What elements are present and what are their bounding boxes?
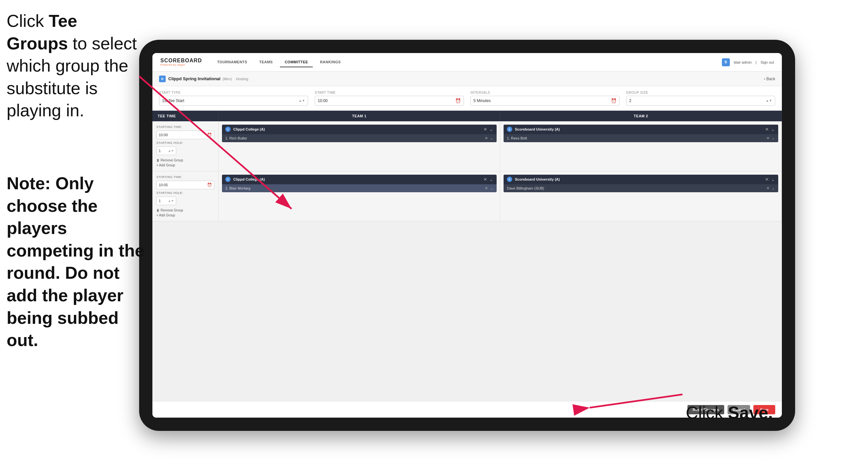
team1-expand-icon-2[interactable]: ⌄: [489, 177, 493, 182]
settings-row: Start Type 1st Tee Start ▲▼ Start Time 1…: [152, 86, 782, 111]
separator: |: [756, 60, 757, 64]
start-time-input[interactable]: 10:00 ⏰: [315, 96, 464, 106]
tee-time-clock-2: ⏰: [207, 183, 212, 187]
player-name-2-1: 1. Rees Britt: [507, 136, 766, 140]
col-tee-time: Tee Time: [152, 111, 219, 121]
team1-cell-2: C Clippd College (A) ✕ ⌄ 2. Blair McHarg: [219, 171, 500, 221]
tee-group-row-1: STARTING TIME: 10:00 ⏰ STARTING HOLE: 1 …: [152, 121, 782, 171]
team2-name-2: Scoreboard University (A): [515, 177, 765, 181]
player-close-icon-1-2[interactable]: ✕: [485, 186, 488, 191]
start-time-value: 10:00: [318, 98, 328, 103]
remove-group-btn-1[interactable]: 🗑 Remove Group: [156, 158, 214, 162]
group-size-input[interactable]: 2 ▲▼: [626, 96, 775, 106]
clock-icon: ⏰: [455, 98, 461, 104]
team2-close-icon-2[interactable]: ✕: [765, 177, 769, 182]
intervals-group: Intervals 5 Minutes ⏰: [470, 91, 620, 106]
player-name-1-1: 1. Rich Butler: [225, 136, 485, 140]
start-type-value: 1st Tee Start: [162, 98, 184, 103]
col-team1: Team 1: [219, 111, 500, 121]
team1-group-box-2[interactable]: C Clippd College (A) ✕ ⌄ 2. Blair McHarg: [222, 175, 497, 192]
start-type-label: Start Type: [159, 91, 308, 94]
team2-icon-2: S: [507, 177, 512, 182]
hole-arrows-2[interactable]: ▲▼: [168, 200, 174, 203]
team2-actions-2: ✕ ⌄: [765, 177, 775, 182]
hole-arrows-1[interactable]: ▲▼: [168, 149, 174, 152]
team1-actions-2: ✕ ⌄: [483, 177, 493, 182]
player-row-1-2: 2. Blair McHarg ✕ ⌄: [222, 184, 497, 192]
player-row-1-1: 1. Rich Butler ✕ ⌄: [222, 134, 497, 142]
team1-name-1: Clippd College (A): [233, 127, 483, 131]
team1-expand-icon-1[interactable]: ⌄: [489, 126, 493, 132]
nav-rankings[interactable]: RANKINGS: [315, 57, 345, 67]
team1-group-header-1: C Clippd College (A) ✕ ⌄: [222, 125, 497, 134]
player-close-icon-1-1[interactable]: ✕: [485, 136, 488, 141]
player-row-2-2: Dave Billingham (SUB) ✕ ⌄: [503, 184, 778, 192]
breadcrumb-hosting: Hosting: [236, 77, 248, 81]
start-type-group: Start Type 1st Tee Start ▲▼: [159, 91, 308, 106]
tee-time-value-2: 10:05: [159, 183, 168, 187]
starting-hole-label-2: STARTING HOLE:: [156, 191, 214, 195]
player-expand-icon-2-2[interactable]: ⌄: [772, 186, 775, 191]
tablet-screen: SCOREBOARD Powered by clippd TOURNAMENTS…: [152, 53, 782, 418]
nav-committee[interactable]: COMMITTEE: [280, 57, 313, 67]
team2-name-1: Scoreboard University (A): [515, 127, 765, 131]
navbar-nav: TOURNAMENTS TEAMS COMMITTEE RANKINGS: [213, 57, 722, 67]
click-save-label: Click Save.: [686, 403, 773, 422]
save-bold: Save.: [728, 403, 773, 422]
remove-group-btn-2[interactable]: 🗑 Remove Group: [156, 208, 214, 212]
tee-side-panel-2: STARTING TIME: 10:05 ⏰ STARTING HOLE: 1 …: [152, 171, 219, 221]
add-group-btn-1[interactable]: + Add Group: [156, 164, 214, 167]
team2-actions-1: ✕ ⌄: [765, 126, 775, 132]
team2-group-header-1: S Scoreboard University (A) ✕ ⌄: [503, 125, 778, 134]
navbar: SCOREBOARD Powered by clippd TOURNAMENTS…: [152, 53, 782, 71]
col-team2: Team 2: [500, 111, 782, 121]
team2-group-box-2: S Scoreboard University (A) ✕ ⌄ Dave Bil…: [503, 175, 778, 192]
player-expand-icon-2-1[interactable]: ⌄: [772, 136, 775, 141]
player-name-2-2: Dave Billingham (SUB): [507, 186, 766, 190]
intervals-input[interactable]: 5 Minutes ⏰: [470, 96, 620, 106]
group-size-label: Group Size: [626, 91, 775, 94]
start-type-arrows[interactable]: ▲▼: [299, 99, 305, 103]
breadcrumb-title: Clippd Spring Invitational: [168, 76, 220, 81]
player-expand-icon-1-2[interactable]: ⌄: [490, 186, 493, 191]
team2-close-icon-1[interactable]: ✕: [765, 126, 769, 132]
player-actions-1-2: ✕ ⌄: [485, 186, 493, 191]
team1-close-icon-1[interactable]: ✕: [483, 126, 487, 132]
player-expand-icon-1-1[interactable]: ⌄: [490, 136, 493, 141]
hole-value-2: 1: [159, 199, 161, 203]
starting-hole-label-1: STARTING HOLE:: [156, 141, 214, 145]
hole-input-2[interactable]: 1 ▲▼: [156, 197, 176, 205]
team1-icon-1: C: [225, 126, 230, 132]
nav-tournaments[interactable]: TOURNAMENTS: [213, 57, 252, 67]
signout-link[interactable]: Sign out: [761, 60, 774, 64]
player-close-icon-2-1[interactable]: ✕: [766, 136, 770, 141]
tee-side-panel-1: STARTING TIME: 10:00 ⏰ STARTING HOLE: 1 …: [152, 121, 219, 171]
tee-group-row-2: STARTING TIME: 10:05 ⏰ STARTING HOLE: 1 …: [152, 171, 782, 222]
group-size-arrows[interactable]: ▲▼: [766, 99, 772, 103]
breadcrumb-back[interactable]: Back: [764, 77, 775, 81]
hole-input-1[interactable]: 1 ▲▼: [156, 146, 176, 155]
tablet-frame: SCOREBOARD Powered by clippd TOURNAMENTS…: [139, 40, 795, 431]
player-close-icon-2-2[interactable]: ✕: [766, 186, 770, 191]
note-text: Note: Only choose the players competing …: [7, 172, 146, 352]
team2-expand-icon-2[interactable]: ⌄: [771, 177, 775, 182]
tee-groups-container: STARTING TIME: 10:00 ⏰ STARTING HOLE: 1 …: [152, 121, 782, 222]
navbar-logo: SCOREBOARD Powered by clippd: [160, 58, 202, 66]
team1-close-icon-2[interactable]: ✕: [483, 177, 487, 182]
tee-time-value-1: 10:00: [159, 133, 168, 137]
starting-time-label-1: STARTING TIME:: [156, 125, 214, 128]
nav-teams[interactable]: TEAMS: [254, 57, 277, 67]
user-avatar: B: [722, 58, 730, 66]
tee-time-input-1[interactable]: 10:00 ⏰: [156, 130, 214, 139]
player-name-1-2: 2. Blair McHarg: [225, 186, 485, 190]
player-actions-2-1: ✕ ⌄: [766, 136, 775, 141]
tee-time-input-2[interactable]: 10:05 ⏰: [156, 181, 214, 189]
team1-group-header-2: C Clippd College (A) ✕ ⌄: [222, 175, 497, 184]
team1-cell-1: C Clippd College (A) ✕ ⌄ 1. Rich Butler: [219, 121, 500, 171]
team2-cell-1: S Scoreboard University (A) ✕ ⌄ 1. Rees …: [500, 121, 782, 171]
team1-actions-1: ✕ ⌄: [483, 126, 493, 132]
team2-group-box-1: S Scoreboard University (A) ✕ ⌄ 1. Rees …: [503, 125, 778, 142]
add-group-btn-2[interactable]: + Add Group: [156, 213, 214, 217]
team2-expand-icon-1[interactable]: ⌄: [771, 126, 775, 132]
start-type-input[interactable]: 1st Tee Start ▲▼: [159, 96, 308, 106]
